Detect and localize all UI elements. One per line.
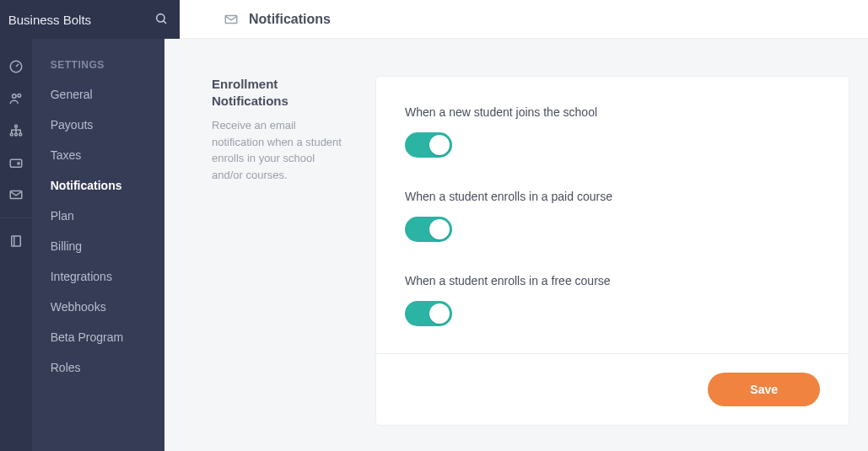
sidebar: Business Bolts Settings General Payouts … [32, 0, 164, 451]
sidebar-item-label: Integrations [51, 270, 112, 283]
sidebar-item-label: Roles [51, 361, 81, 374]
sidebar-item-label: Notifications [51, 179, 122, 192]
sidebar-item-label: Taxes [51, 148, 82, 162]
notifications-card: When a new student joins the school When… [375, 76, 849, 426]
sidebar-item-general[interactable]: General [32, 79, 164, 110]
svg-point-12 [156, 13, 164, 21]
sidebar-item-integrations[interactable]: Integrations [32, 261, 164, 292]
sidebar-item-billing[interactable]: Billing [32, 231, 164, 261]
toggle-label: When a student enrolls in a free course [405, 274, 820, 287]
section-title: Enrollment Notifications [212, 76, 348, 109]
page-title: Notifications [249, 12, 331, 27]
users-icon[interactable] [8, 90, 24, 107]
toggle-switch[interactable] [405, 301, 452, 326]
toggle-row-paid-course: When a student enrolls in a paid course [405, 190, 820, 242]
svg-point-3 [14, 125, 17, 127]
sidebar-item-label: Payouts [51, 118, 94, 132]
sidebar-item-label: General [51, 88, 93, 101]
switch-knob [429, 303, 450, 324]
sidebar-item-beta-program[interactable]: Beta Program [32, 322, 164, 352]
main: Notifications Enrollment Notifications R… [164, 0, 868, 451]
dashboard-icon[interactable] [8, 58, 24, 75]
topbar: Business Bolts [0, 0, 180, 39]
icon-rail [0, 0, 32, 451]
toggle-switch[interactable] [405, 132, 452, 158]
mail-icon [224, 12, 239, 27]
toggle-row-new-student: When a new student joins the school [405, 105, 820, 158]
sidebar-item-notifications[interactable]: Notifications [32, 170, 164, 201]
page-header: Notifications [164, 0, 868, 39]
svg-point-1 [12, 94, 16, 99]
mail-icon[interactable] [8, 186, 24, 203]
switch-knob [429, 219, 450, 239]
svg-line-13 [163, 20, 165, 23]
sidebar-item-plan[interactable]: Plan [32, 201, 164, 231]
toggle-switch[interactable] [405, 217, 452, 242]
sidebar-heading: Settings [32, 39, 164, 79]
rail-divider [0, 217, 32, 218]
wallet-icon[interactable] [8, 154, 24, 171]
sidebar-item-roles[interactable]: Roles [32, 352, 164, 383]
book-icon[interactable] [8, 233, 24, 250]
section-info: Enrollment Notifications Receive an emai… [212, 76, 348, 183]
svg-point-2 [18, 94, 21, 97]
toggle-row-free-course: When a student enrolls in a free course [405, 274, 820, 326]
sidebar-item-taxes[interactable]: Taxes [32, 140, 164, 170]
sidebar-item-payouts[interactable]: Payouts [32, 110, 164, 140]
svg-point-5 [14, 133, 17, 136]
sidebar-item-webhooks[interactable]: Webhooks [32, 292, 164, 322]
svg-point-4 [10, 133, 13, 136]
svg-rect-10 [12, 236, 21, 246]
svg-point-6 [19, 133, 22, 136]
card-footer: Save [376, 353, 849, 425]
toggle-label: When a new student joins the school [405, 105, 820, 119]
section-description: Receive an email notification when a stu… [212, 117, 348, 183]
switch-knob [429, 135, 450, 155]
save-button[interactable]: Save [708, 373, 820, 406]
search-icon[interactable] [154, 12, 168, 28]
sidebar-item-label: Webhooks [51, 300, 106, 314]
brand-title: Business Bolts [8, 13, 91, 27]
sidebar-item-label: Beta Program [51, 330, 123, 344]
toggle-label: When a student enrolls in a paid course [405, 190, 820, 203]
sitemap-icon[interactable] [8, 122, 24, 139]
sidebar-item-label: Plan [51, 209, 74, 223]
svg-point-8 [18, 163, 19, 164]
sidebar-item-label: Billing [51, 239, 82, 253]
